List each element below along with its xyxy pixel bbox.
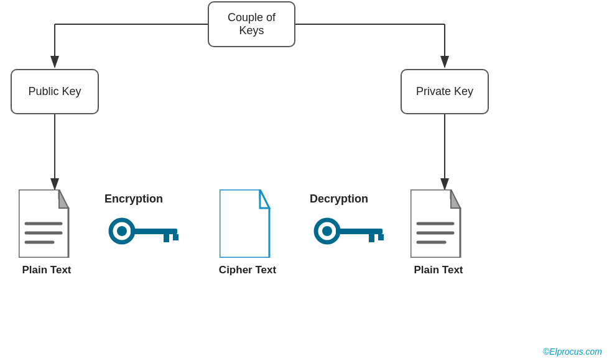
svg-marker-25 (451, 189, 460, 208)
svg-rect-14 (131, 229, 177, 234)
decryption-key-icon (310, 217, 391, 252)
svg-marker-18 (260, 189, 269, 208)
svg-rect-16 (173, 234, 178, 240)
public-key-box: Public Key (11, 69, 99, 114)
cipher-text-label: Cipher Text (210, 264, 285, 276)
decryption-label: Decryption (310, 193, 368, 206)
private-key-box: Private Key (401, 69, 489, 114)
encryption-label: Encryption (104, 193, 163, 206)
cipher-text-doc (220, 189, 276, 258)
plain-text-right-label: Plain Text (401, 264, 476, 276)
svg-marker-8 (59, 189, 68, 208)
plain-text-right-doc (410, 189, 466, 258)
svg-rect-23 (378, 234, 384, 240)
couple-of-keys-box: Couple of Keys (208, 1, 295, 47)
plain-text-left-doc (19, 189, 75, 258)
svg-point-13 (117, 226, 127, 236)
svg-rect-15 (164, 234, 169, 242)
diagram-container: Couple of Keys Public Key Private Key Pl… (0, 0, 612, 364)
connector-lines (0, 0, 612, 364)
encryption-key-icon (104, 217, 185, 252)
watermark: ©Elprocus.com (543, 347, 602, 357)
plain-text-left-label: Plain Text (9, 264, 84, 276)
svg-rect-22 (369, 234, 374, 242)
svg-point-20 (322, 226, 332, 236)
svg-rect-21 (336, 229, 382, 234)
